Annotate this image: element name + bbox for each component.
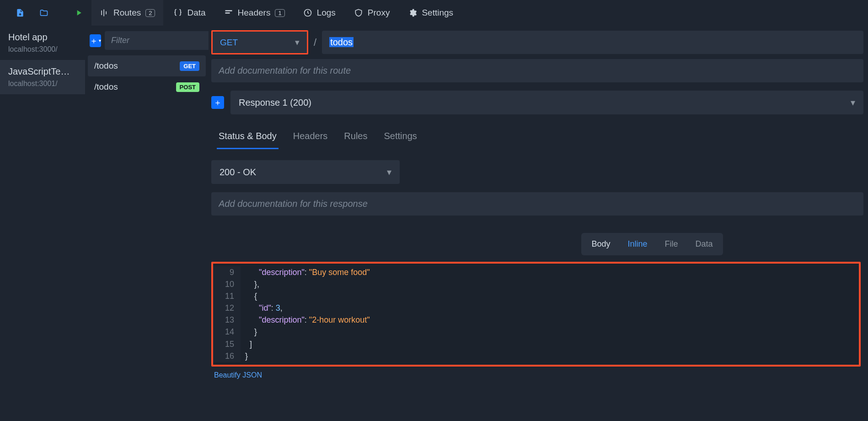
svg-rect-1 [225, 12, 230, 14]
tab-proxy[interactable]: Proxy [346, 0, 398, 26]
tab-data[interactable]: Data [165, 0, 214, 26]
http-method-select[interactable]: GET ▾ [211, 30, 308, 54]
route-path: /todos [94, 82, 118, 92]
path-slash: / [314, 37, 316, 49]
body-toggle-inline[interactable]: Inline [620, 235, 654, 254]
tab-data-label: Data [187, 8, 205, 18]
route-path-input[interactable]: todos [322, 31, 863, 54]
chevron-down-icon: ▾ [387, 167, 391, 178]
sliders-icon [100, 8, 109, 17]
tab-headers-label: Headers [238, 8, 271, 18]
headers-count-badge: 1 [275, 9, 284, 17]
env-item-jste[interactable]: JavaScriptTe… localhost:3001/ [0, 60, 85, 94]
response-doc-input[interactable] [211, 192, 863, 216]
env-host: localhost:3001/ [8, 80, 77, 88]
new-file-icon[interactable] [9, 0, 31, 26]
headers-icon [224, 8, 233, 17]
http-method-value: GET [220, 38, 238, 48]
environments-sidebar: Hotel app localhost:3000/ JavaScriptTe… … [0, 26, 85, 421]
tab-resp-headers[interactable]: Headers [291, 127, 330, 149]
env-host: localhost:3000/ [8, 45, 77, 54]
response-tabs: Status & Body Headers Rules Settings [217, 127, 863, 149]
add-response-button[interactable]: ＋ [211, 96, 224, 109]
routes-column: ＋▾ /todos GET /todos POST [85, 26, 209, 421]
route-doc-input[interactable] [211, 59, 863, 82]
start-server-button[interactable] [68, 0, 90, 26]
tab-logs[interactable]: Logs [295, 0, 344, 26]
routes-count-badge: 2 [145, 9, 155, 17]
tab-status-body[interactable]: Status & Body [217, 127, 279, 149]
env-name: JavaScriptTe… [8, 66, 77, 77]
add-route-button[interactable]: ＋▾ [90, 34, 101, 47]
route-path: /todos [94, 61, 118, 71]
response-select-label: Response 1 (200) [239, 97, 311, 108]
tab-logs-label: Logs [317, 8, 336, 18]
open-folder-icon[interactable] [33, 0, 55, 26]
route-item-post-todos[interactable]: /todos POST [88, 76, 206, 97]
status-code-value: 200 - OK [220, 167, 256, 178]
body-toggle-label: Body [584, 235, 617, 254]
tab-headers[interactable]: Headers 1 [216, 0, 293, 26]
tab-resp-settings[interactable]: Settings [382, 127, 419, 149]
route-editor: GET ▾ / todos ＋ Response 1 (200) ▾ Statu… [209, 26, 868, 421]
tab-routes-label: Routes [113, 8, 141, 18]
method-badge-get: GET [180, 61, 199, 71]
tab-settings[interactable]: Settings [400, 0, 461, 26]
route-item-get-todos[interactable]: /todos GET [88, 55, 206, 76]
tab-routes[interactable]: Routes 2 [91, 0, 163, 26]
beautify-json-link[interactable]: Beautify JSON [214, 371, 262, 379]
response-body-editor[interactable]: 9 "description": "Buy some food"10 },11 … [211, 262, 861, 367]
braces-icon [173, 8, 182, 17]
clock-icon [303, 8, 312, 17]
svg-rect-0 [225, 10, 232, 11]
method-badge-post: POST [176, 82, 199, 92]
body-toggle-file[interactable]: File [658, 235, 686, 254]
env-name: Hotel app [8, 32, 77, 43]
status-code-select[interactable]: 200 - OK ▾ [211, 160, 400, 184]
body-source-toggle: Body Inline File Data [581, 233, 723, 255]
tab-settings-label: Settings [422, 8, 453, 18]
shield-icon [354, 8, 363, 17]
env-item-hotel[interactable]: Hotel app localhost:3000/ [0, 26, 85, 60]
chevron-down-icon: ▾ [295, 37, 300, 48]
body-toggle-data[interactable]: Data [688, 235, 720, 254]
tab-proxy-label: Proxy [368, 8, 390, 18]
chevron-down-icon: ▾ [851, 97, 855, 108]
top-toolbar: Routes 2 Data Headers 1 Logs Proxy Setti… [0, 0, 868, 26]
tab-rules[interactable]: Rules [342, 127, 369, 149]
gear-icon [408, 8, 417, 17]
routes-filter-input[interactable] [105, 31, 224, 50]
response-select[interactable]: Response 1 (200) ▾ [230, 91, 863, 114]
route-path-value: todos [329, 37, 354, 47]
